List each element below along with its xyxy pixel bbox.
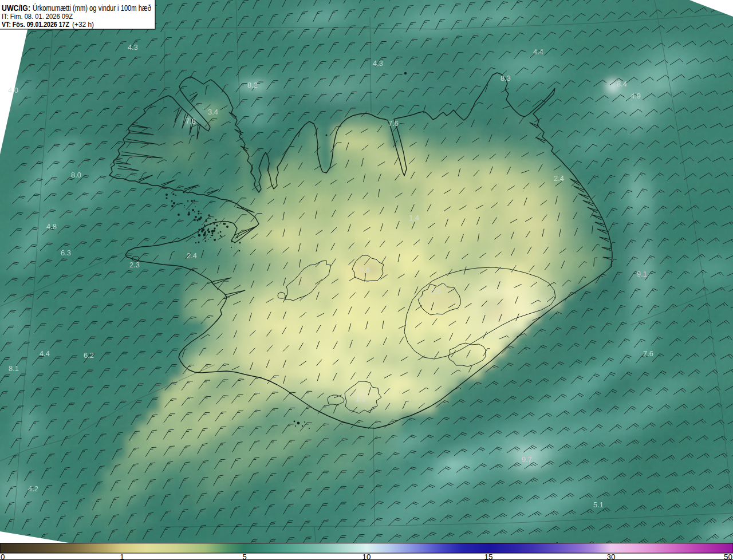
svg-text:0.6: 0.6 bbox=[360, 266, 370, 274]
svg-text:IT: Fim. 08. 01. 2026 09Z: IT: Fim. 08. 01. 2026 09Z bbox=[2, 13, 73, 21]
svg-text:7.8: 7.8 bbox=[186, 117, 196, 125]
svg-text:1.1: 1.1 bbox=[356, 395, 366, 403]
svg-text:4.4: 4.4 bbox=[533, 48, 543, 56]
svg-text:1.4: 1.4 bbox=[409, 214, 419, 222]
svg-text:8.4: 8.4 bbox=[617, 80, 627, 88]
svg-text:4.3: 4.3 bbox=[128, 43, 138, 52]
svg-text:30: 30 bbox=[606, 553, 615, 560]
svg-text:9.1: 9.1 bbox=[637, 270, 647, 278]
svg-text:2.3: 2.3 bbox=[129, 261, 140, 269]
svg-text:5: 5 bbox=[242, 553, 247, 560]
svg-text:7.6: 7.6 bbox=[643, 349, 653, 358]
svg-text:4.0: 4.0 bbox=[8, 86, 18, 94]
svg-text:15: 15 bbox=[484, 553, 492, 560]
svg-text:8.0: 8.0 bbox=[71, 171, 81, 179]
svg-text:5.1: 5.1 bbox=[593, 500, 604, 509]
svg-text:4.9: 4.9 bbox=[630, 92, 641, 100]
svg-text:4.3: 4.3 bbox=[373, 59, 383, 68]
svg-text:4.8: 4.8 bbox=[46, 222, 57, 231]
svg-text:8.1: 8.1 bbox=[9, 364, 19, 373]
svg-text:50: 50 bbox=[724, 553, 732, 560]
svg-text:VT: Fös. 09.01.2026 17Z(+32 h): VT: Fös. 09.01.2026 17Z(+32 h) bbox=[2, 21, 94, 29]
svg-text:0: 0 bbox=[1, 553, 5, 560]
svg-text:8.3: 8.3 bbox=[501, 74, 511, 82]
svg-text:7.6: 7.6 bbox=[388, 119, 399, 128]
svg-text:9.7: 9.7 bbox=[522, 455, 532, 464]
svg-text:2.4: 2.4 bbox=[187, 251, 197, 260]
svg-text:3.4: 3.4 bbox=[208, 108, 218, 116]
svg-text:6.3: 6.3 bbox=[61, 249, 71, 257]
svg-text:2.4: 2.4 bbox=[554, 174, 564, 183]
svg-text:10: 10 bbox=[362, 553, 371, 560]
svg-text:4.2: 4.2 bbox=[28, 484, 38, 493]
svg-text:8.2: 8.2 bbox=[247, 81, 258, 89]
svg-text:1: 1 bbox=[120, 553, 124, 560]
svg-text:UWC/IG:Úrkomumætti (mm) og vin: UWC/IG:Úrkomumætti (mm) og vindur i 100m… bbox=[2, 3, 151, 13]
svg-text:0.6: 0.6 bbox=[431, 287, 441, 295]
svg-text:6.2: 6.2 bbox=[84, 351, 94, 360]
svg-text:4.4: 4.4 bbox=[40, 349, 50, 358]
